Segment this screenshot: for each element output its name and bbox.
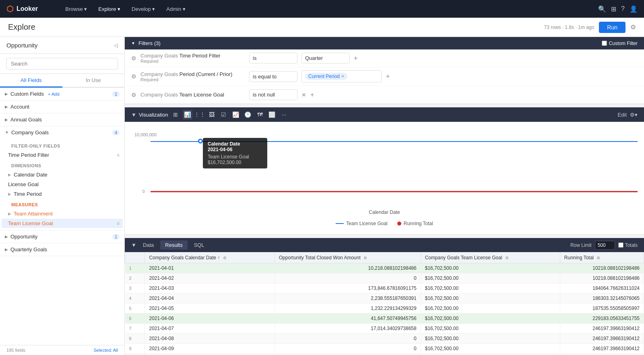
filter-field-3: Team License Goal [180,92,224,98]
col-team-license-goal[interactable]: Company Goals Team License Goal ⚙ [421,252,560,263]
section-header-company-goals[interactable]: ▼ Company Goals 4 [0,126,124,139]
sidebar-tabs: All Fields In Use [0,74,124,88]
col-row-num [125,252,145,263]
viz-icon-scatter[interactable]: ⋮⋮ [195,110,204,119]
table-row: 72021-04-0717,014.34029738658$16,702,500… [125,324,644,334]
filter-value-select-1[interactable]: Quarter [301,53,350,64]
field-label-time-period: Time Period [14,191,42,197]
data-panel: ▼ Data Results SQL Row Limit Totals [125,238,644,355]
viz-edit-area: Edit ⚙▾ [618,112,638,118]
viz-icon-custom[interactable]: ⬜ [267,110,277,119]
section-label-quarterly-goals: Quarterly Goals [10,246,47,252]
cell-row-num: 2 [125,273,145,283]
nav-browse[interactable]: Browse ▾ [60,4,92,14]
chart-zero-line [151,192,638,193]
help-icon[interactable]: ? [621,5,625,13]
field-team-license-goal[interactable]: Team License Goal ≡ [2,219,123,228]
filter-operator-select-1[interactable]: is [249,53,297,64]
tab-sql[interactable]: SQL [189,240,209,250]
col-calendar-date[interactable]: Company Goals Calendar Date ↑ ⚙ [145,252,275,263]
custom-filter-checkbox[interactable] [602,41,607,46]
selected-info[interactable]: Selected: All [93,348,118,353]
filter-gear-2[interactable]: ⚙ [131,73,136,80]
filter-remove-3[interactable]: ✕ [301,92,306,98]
field-license-goal[interactable]: License Goal [2,180,123,189]
section-company-goals: ▼ Company Goals 4 FILTER-ONLY FIELDS Tim… [0,126,124,230]
filter-name-1: Company Goals Time Period Filter [140,53,245,59]
filter-field-2: Period (Current / Prior) [180,71,232,77]
viz-chevron[interactable]: ▼ [131,112,136,118]
chart-x-title: Calendar Date [131,209,638,218]
search-input[interactable] [6,58,118,70]
cell-opp: 2,238.555187650391 [275,293,421,304]
field-time-period-filter[interactable]: Time Period Filter ≡ [2,150,123,160]
filter-gear-3[interactable]: ⚙ [131,92,136,98]
totals-checkbox-area[interactable]: Totals [618,242,638,248]
field-label-team-attainment: Team Attainment [14,211,53,217]
filter-gear-1[interactable]: ⚙ [131,55,136,62]
viz-edit-label[interactable]: Edit [618,112,627,118]
field-team-attainment[interactable]: ▶ Team Attainment [2,209,123,218]
filter-operator-select-3[interactable]: is not null [249,89,297,100]
field-calendar-date[interactable]: ▶ Calendar Date [2,170,123,179]
cell-goal: $16,702,500.00 [421,324,560,334]
legend-item-goal: Team License Goal [336,221,388,226]
viz-icon-line[interactable]: 📈 [231,110,241,119]
section-header-account[interactable]: ▶ Account [0,101,124,113]
data-chevron[interactable]: ▼ [131,242,136,248]
viz-icon-bar[interactable]: 📊 [183,110,192,119]
filter-add-1[interactable]: + [354,55,357,62]
cell-date: 2021-04-03 [145,283,275,293]
tab-data[interactable]: Data [138,240,159,250]
col-running-total[interactable]: Running Total ⚙ [560,252,644,263]
field-time-period[interactable]: ▶ Time Period [2,189,123,199]
filter-label-1: Company Goals Time Period Filter Require… [140,53,245,64]
tab-in-use[interactable]: In Use [62,74,125,88]
filter-tag-remove[interactable]: × [341,74,344,79]
viz-icon-image[interactable]: 🖼 [207,110,217,119]
explore-title: Explore [8,23,35,32]
viz-icon-map[interactable]: 🗺 [255,110,265,119]
sidebar-search-area [0,54,124,74]
filter-row-1: ⚙ Company Goals Time Period Filter Requi… [125,49,644,67]
tab-results[interactable]: Results [160,240,187,250]
grid-icon[interactable]: ⊞ [611,5,616,13]
add-custom-field-btn[interactable]: + Add [48,92,59,96]
viz-icon-clock[interactable]: 🕐 [243,110,253,119]
search-nav-icon[interactable]: 🔍 [598,5,606,13]
section-header-annual-goals[interactable]: ▶ Annual Goals [0,113,124,126]
viz-icon-table[interactable]: ⊞ [171,110,180,119]
section-header-quarterly-goals[interactable]: ▶ Quarterly Goals [0,243,124,256]
logo-icon: ⬡ [6,4,13,14]
filter-tag-current-period: Current Period × [305,73,347,80]
filter-add-2[interactable]: + [386,73,390,80]
filter-field-1: Time Period Filter [180,53,221,59]
filter-icon-team-license: ≡ [117,221,120,226]
section-header-opportunity[interactable]: ▶ Opportunity 1 [0,230,124,243]
section-label-annual-goals: Annual Goals [10,117,42,123]
filters-chevron[interactable]: ▼ [131,41,135,45]
viz-icon-more[interactable]: ··· [279,110,289,119]
nav-admin[interactable]: Admin ▾ [161,4,190,14]
viz-icon-check[interactable]: ☑ [219,110,229,119]
row-limit-input[interactable] [595,241,615,250]
custom-filter-label: Custom Filter [609,41,638,46]
section-header-custom-fields[interactable]: ▶ Custom Fields + Add 1 [0,88,124,100]
cell-running: 10218.088102198486 [560,273,644,283]
nav-develop[interactable]: Develop ▾ [127,4,160,14]
totals-checkbox[interactable] [618,242,623,248]
custom-filter-checkbox-area[interactable]: Custom Filter [602,41,638,46]
user-icon[interactable]: 👤 [630,5,638,13]
tab-all-fields[interactable]: All Fields [0,74,62,88]
cell-running: 10218.088102198486 [560,263,644,273]
filter-operator-select-2[interactable]: is equal to [249,71,297,82]
col-opp-amount[interactable]: Opportunity Total Closed Won Amount ⚙ [275,252,421,263]
sidebar-back-icon[interactable]: ◁ [114,42,118,48]
viz-settings-icon[interactable]: ⚙▾ [630,112,638,118]
cell-row-num: 10 [125,354,145,355]
section-opportunity: ▶ Opportunity 1 [0,230,124,243]
filter-add-3[interactable]: + [310,91,314,98]
nav-explore[interactable]: Explore ▾ [93,4,125,14]
run-button[interactable]: Run [599,22,625,33]
explore-settings-icon[interactable]: ⚙ [630,23,636,31]
